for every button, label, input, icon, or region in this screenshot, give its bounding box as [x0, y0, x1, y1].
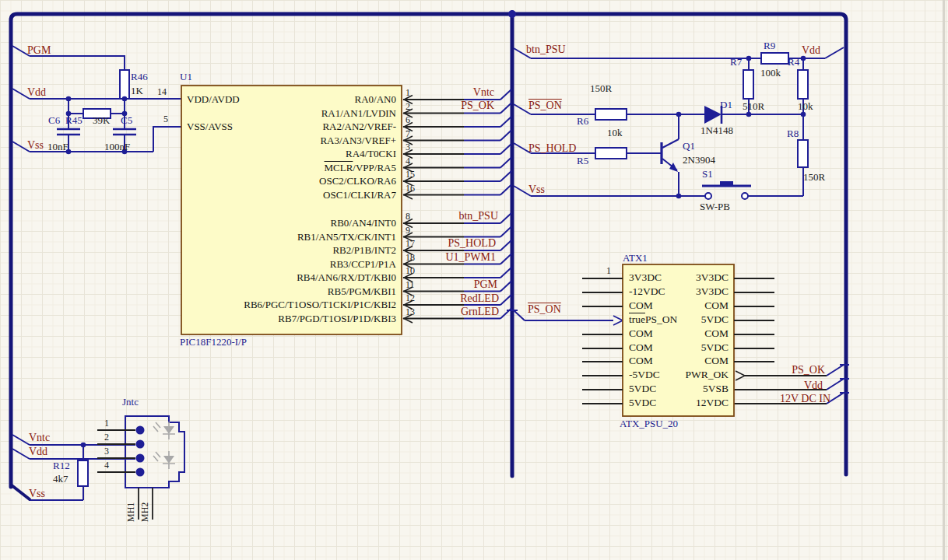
net-label: Vdd — [27, 87, 46, 99]
designator-label: R46 — [131, 72, 148, 82]
pin-name: COM — [635, 300, 729, 311]
pin-name: RB1/AN5/TX/CK/INT1 — [186, 232, 396, 242]
switch-s1[interactable] — [702, 181, 751, 199]
net-label: PS_HOLD — [528, 143, 576, 155]
designator-label: 150R — [590, 83, 612, 94]
designator-label: Q1 — [683, 141, 695, 152]
resistor-r6 — [595, 109, 627, 120]
pin-number: 4 — [104, 460, 109, 470]
designator-label: C5 — [121, 115, 132, 126]
pin-name: 5VDC — [635, 342, 729, 353]
pin-name: RB7/PGD/T1OSI/P1D/KBI3 — [186, 313, 396, 324]
pin-number: 2 — [406, 102, 410, 111]
pin-number: 18 — [406, 253, 415, 262]
designator-label: 100k — [760, 68, 781, 79]
pin-name: RB4/AN6/RX/DT/KBI0 — [186, 272, 396, 282]
designator-label: R9 — [764, 40, 775, 51]
schematic-canvas[interactable]: PGMVddVssVntcVddVssVntcPS_OKbtn_PSUPS_HO… — [0, 0, 948, 560]
pin-number: 4 — [406, 156, 410, 166]
net-label: PGM — [27, 45, 51, 57]
pin-number: 8 — [406, 212, 410, 221]
pin-number: 7 — [406, 129, 410, 138]
pin-number: 16 — [406, 184, 415, 193]
designator-label: ATX_PSU_20 — [620, 418, 678, 429]
designator-label: 1K — [131, 86, 143, 96]
net-label: PS_ON — [528, 100, 562, 112]
designator-label: 510R — [743, 101, 764, 112]
net-label: Vdd — [29, 446, 47, 458]
net-label: Vss — [27, 140, 44, 152]
pin-number: 17 — [406, 239, 415, 248]
led-icon — [153, 422, 175, 439]
pin-name: 12VDC — [635, 397, 729, 408]
designator-label: 150R — [803, 172, 825, 183]
pin-number: 6 — [406, 115, 410, 124]
pin-name: MCLR/VPP/RA5 — [186, 163, 396, 173]
designator-label: R6 — [577, 116, 588, 127]
resistor-r5 — [595, 148, 627, 159]
designator-label: Jntc — [122, 397, 139, 408]
pin-name: RA4/T0CKI — [186, 149, 396, 159]
pin-name: OSC1/CLKI/RA7 — [186, 190, 396, 200]
pin-name: RB5/PGM/KBI1 — [186, 286, 396, 296]
designator-label: ATX1 — [623, 253, 648, 264]
designator-label: 1N4148 — [700, 125, 733, 136]
pin-number: 13 — [406, 307, 415, 317]
pin-number: 14 — [157, 87, 167, 96]
net-label: Vss — [29, 488, 45, 500]
net-label: Vss — [528, 184, 545, 196]
pin-number: 12 — [406, 293, 415, 303]
pin-name: RB6/PGC/T1OSO/T1CKI/P1C/KBI2 — [186, 299, 396, 310]
pin-name: RB2/P1B/INT2 — [186, 245, 396, 255]
pin-number: 2 — [104, 432, 109, 442]
pin-number: 11 — [406, 280, 415, 289]
pin-number: 1 — [406, 88, 410, 97]
pin-name: 3V3DC — [635, 286, 729, 297]
designator-label: D1 — [720, 100, 732, 110]
designator-label: 10nF — [47, 142, 68, 152]
pin-number: 1 — [606, 266, 611, 275]
net-label: Vntc — [29, 432, 50, 444]
mounting-hole-label: MH2 — [140, 489, 149, 522]
net-label: Vdd — [802, 45, 820, 57]
resistor-r8 — [798, 140, 808, 167]
designator-label: R12 — [53, 460, 70, 471]
pin-number: 1 — [104, 418, 109, 428]
pin-name-bar: MCLR — [325, 162, 353, 173]
designator-label: C6 — [48, 115, 60, 126]
designator-label: 2N3904 — [683, 155, 715, 166]
resistor-r12 — [78, 460, 88, 486]
resistor-r7 — [743, 70, 753, 99]
pin-number: 9 — [406, 226, 410, 235]
pin-name: VDD/AVDD — [187, 94, 240, 104]
pin-number: 3 — [104, 446, 109, 456]
diode-d1[interactable] — [704, 106, 722, 124]
resistor-r46 — [120, 70, 129, 99]
designator-label: S1 — [702, 169, 713, 180]
designator-label: R4 — [788, 57, 799, 68]
designator-label: 10k — [798, 101, 813, 112]
pin-number: 15 — [406, 170, 415, 179]
transistor-q1[interactable] — [662, 114, 679, 196]
designator-label: R5 — [577, 156, 588, 166]
pin-name-rest: /VPP/RA5 — [353, 162, 396, 173]
designator-label: R45 — [65, 115, 83, 126]
pin-number: 3 — [406, 142, 410, 152]
pin-name: RB3/CCP1/P1A — [186, 259, 396, 269]
net-label: PS_ON — [528, 304, 561, 316]
resistor-r4 — [798, 70, 808, 99]
pin-name: COM — [635, 355, 729, 366]
pin-name: 5VDC — [635, 314, 729, 325]
designator-label: PIC18F1220-I/P — [180, 337, 247, 348]
designator-label: R8 — [787, 128, 799, 139]
pin-name: PWR_OK — [635, 369, 729, 380]
designator-label: 39K — [93, 115, 110, 126]
pin-name: RA3/AN3/VREF+ — [186, 135, 396, 145]
pin-number: 10 — [406, 266, 415, 275]
designator-label: 4k7 — [53, 474, 68, 485]
designator-label: U1 — [180, 72, 192, 82]
net-label: btn_PSU — [526, 44, 566, 56]
pin-number: 5 — [163, 114, 168, 124]
pin-name: 3V3DC — [635, 272, 729, 283]
resistor-r9 — [761, 53, 788, 64]
